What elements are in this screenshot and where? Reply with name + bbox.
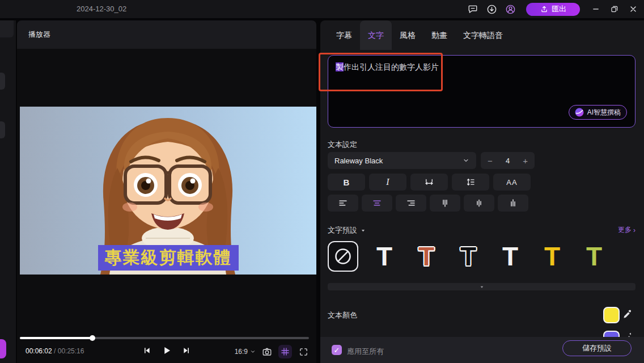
letter-spacing-button[interactable] <box>410 174 448 191</box>
time-total: 00:25:16 <box>58 347 84 355</box>
align-left-button[interactable] <box>328 195 358 212</box>
app-window: 2024-12-30_02 匯出 <box>0 0 644 363</box>
text-color-swatch[interactable] <box>603 307 620 323</box>
save-preset-label: 儲存預設 <box>582 343 612 353</box>
video-subtitle-text[interactable]: 專業級剪輯軟體 <box>98 245 239 271</box>
grid-icon <box>281 347 290 356</box>
presets-expander-bar[interactable] <box>328 283 635 290</box>
next-frame-button[interactable] <box>181 345 192 356</box>
text-settings-label: 文本設定 <box>328 140 357 150</box>
align-right-button[interactable] <box>396 195 426 212</box>
text-presets-header[interactable]: 文字預設 <box>328 225 366 235</box>
apply-all-checkbox[interactable]: ✓ <box>332 345 342 355</box>
close-icon[interactable] <box>627 3 639 15</box>
minimize-icon[interactable] <box>590 3 602 15</box>
sidebar-header-stub <box>0 20 14 37</box>
save-preset-button[interactable]: 儲存預設 <box>562 340 632 356</box>
chevron-right-icon: › <box>633 226 635 234</box>
decrease-button[interactable]: − <box>488 156 493 166</box>
bold-button[interactable]: B <box>328 174 365 191</box>
align-right-icon <box>406 198 416 208</box>
align-center-button[interactable] <box>362 195 392 212</box>
playback-progress-bar[interactable] <box>20 337 309 339</box>
tab-animation[interactable]: 動畫 <box>423 20 455 50</box>
project-title: 2024-12-30_02 <box>77 0 126 18</box>
text-color-label: 文本顏色 <box>328 310 357 320</box>
more-label: 更多 <box>618 225 632 235</box>
aspect-ratio-select[interactable]: 16:9 <box>235 348 256 356</box>
preset-gold[interactable]: T <box>536 240 568 272</box>
more-presets-link[interactable]: 更多 › <box>618 225 635 235</box>
properties-panel: 字幕 文字 風格 動畫 文字轉語音 製作出引人注目的數字人影片 AI智慧撰稿 文… <box>320 20 644 363</box>
format-row-1: B I AA <box>328 174 531 191</box>
grid-overlay-button[interactable] <box>278 345 292 358</box>
eyedropper-icon-partial[interactable] <box>624 332 631 337</box>
play-button[interactable] <box>161 345 172 356</box>
preset-yellow-green[interactable]: T <box>578 240 610 272</box>
text-presets-label: 文字預設 <box>328 225 357 235</box>
ai-script-button[interactable]: AI智慧撰稿 <box>569 105 627 120</box>
feedback-icon[interactable] <box>467 3 479 15</box>
preset-white-1[interactable]: T <box>368 240 400 272</box>
caret-down-icon <box>361 228 366 233</box>
caret-down-icon <box>480 285 484 289</box>
vertical-align-top-button[interactable] <box>430 195 460 212</box>
font-family-select[interactable]: Raleway Black <box>328 152 476 169</box>
text-presets-row: T T T T T T <box>328 240 610 272</box>
titlebar: 2024-12-30_02 匯出 <box>0 0 644 18</box>
time-current: 00:06:02 <box>26 347 52 355</box>
preset-black-outline[interactable]: T <box>452 240 484 272</box>
snapshot-camera-icon[interactable] <box>261 345 273 358</box>
tab-text-to-speech[interactable]: 文字轉語音 <box>455 20 511 50</box>
playback-time: 00:06:02 / 00:25:16 <box>26 347 84 355</box>
tab-subtitles[interactable]: 字幕 <box>328 20 360 50</box>
export-button[interactable]: 匯出 <box>526 3 580 16</box>
case-button[interactable]: AA <box>493 174 531 191</box>
transport-controls <box>141 345 192 356</box>
export-label: 匯出 <box>552 4 566 14</box>
view-controls: 16:9 <box>235 345 310 358</box>
fullscreen-icon[interactable] <box>297 345 310 358</box>
line-height-icon <box>465 177 476 187</box>
sidebar-item-stub[interactable] <box>0 73 5 90</box>
font-family-value: Raleway Black <box>334 157 383 165</box>
titlebar-actions: 匯出 <box>467 0 639 18</box>
sidebar-item-stub[interactable] <box>0 121 5 138</box>
time-separator: / <box>54 347 56 355</box>
sidebar-accent-stub[interactable] <box>0 339 6 358</box>
panel-footer: ✓ 應用至所有 儲存預設 <box>320 337 644 363</box>
vertical-align-bottom-button[interactable] <box>498 195 528 212</box>
download-icon[interactable] <box>485 3 498 15</box>
line-height-button[interactable] <box>452 174 489 191</box>
format-row-2 <box>328 195 528 212</box>
italic-button[interactable]: I <box>369 174 406 191</box>
vertical-align-top-icon <box>440 198 450 208</box>
aspect-ratio-value: 16:9 <box>235 348 248 356</box>
previous-frame-button[interactable] <box>141 345 152 356</box>
font-size-stepper: − 4 + <box>481 152 535 169</box>
vertical-align-middle-button[interactable] <box>464 195 494 212</box>
vertical-align-bottom-icon <box>508 198 518 208</box>
preset-terracotta[interactable]: T <box>410 240 442 272</box>
account-icon[interactable] <box>504 3 516 15</box>
chevron-down-icon <box>463 157 469 164</box>
progress-handle[interactable] <box>90 335 95 341</box>
vertical-align-middle-icon <box>474 198 484 208</box>
upload-icon <box>540 5 548 14</box>
font-size-value: 4 <box>506 157 510 165</box>
tab-text[interactable]: 文字 <box>360 20 392 50</box>
check-icon: ✓ <box>334 346 340 354</box>
script-textarea[interactable]: 製作出引人注目的數字人影片 AI智慧撰稿 <box>328 55 635 128</box>
ai-script-label: AI智慧撰稿 <box>587 108 621 117</box>
video-preview: 專業級剪輯軟體 <box>20 107 316 275</box>
increase-button[interactable]: + <box>523 156 528 166</box>
script-rest-text: 作出引人注目的數字人影片 <box>344 62 439 71</box>
preset-white-2[interactable]: T <box>494 240 526 272</box>
selected-character: 製 <box>336 62 344 71</box>
preset-none[interactable] <box>328 241 358 272</box>
align-center-icon <box>372 198 382 208</box>
restore-icon[interactable] <box>608 3 621 15</box>
secondary-color-swatch[interactable] <box>603 331 620 337</box>
tab-style[interactable]: 風格 <box>392 20 423 50</box>
eyedropper-icon[interactable] <box>622 309 633 322</box>
